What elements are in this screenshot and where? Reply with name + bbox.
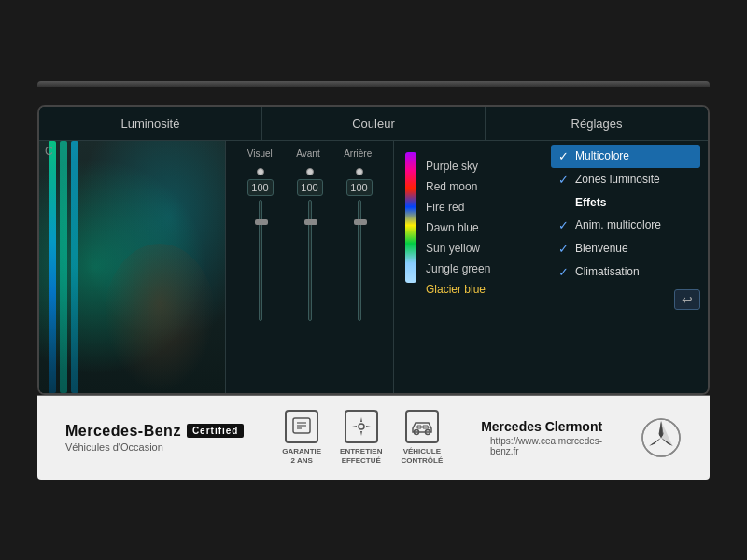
header-luminosite: Luminosité — [39, 107, 262, 140]
outer-frame: Luminosité Couleur Réglages — [0, 0, 747, 560]
slider-dot-visuel — [257, 168, 264, 175]
vehicule-icon — [405, 410, 439, 443]
slider-dot-arriere — [356, 168, 363, 175]
reglage-bienvenue[interactable]: ✓ Bienvenue — [551, 237, 700, 260]
light-strip-3 — [71, 141, 78, 393]
ambient-preview: C — [39, 141, 226, 393]
check-climatisation: ✓ — [557, 265, 570, 279]
slider-dot-avant — [306, 168, 314, 175]
slider-avant: 100 — [297, 168, 323, 321]
check-multicolore: ✓ — [557, 149, 570, 163]
mb-certified: Mercedes-Benz Certified Véhicules d'Occa… — [65, 423, 244, 453]
color-item-fire-red[interactable]: Fire red — [426, 197, 490, 217]
label-avant: Avant — [296, 148, 319, 159]
dealer-url: https://www.cea.mercedes-benz.fr — [490, 436, 602, 456]
reglage-effets-label: Effets — [575, 196, 606, 209]
check-zones: ✓ — [557, 173, 570, 187]
color-gradient-bar — [405, 152, 416, 283]
reglage-zones-label: Zones luminosité — [575, 173, 660, 186]
screen-content: C Visuel Avant Arrière 100 — [39, 141, 708, 393]
color-item-jungle-green[interactable]: Jungle green — [426, 259, 490, 279]
color-list: Purple sky Red moon Fire red Dawn blue S… — [426, 156, 490, 300]
slider-value-visuel[interactable]: 100 — [247, 179, 274, 196]
reglage-climatisation-label: Climatisation — [575, 265, 640, 278]
slider-track-visuel[interactable] — [259, 200, 262, 321]
check-anim: ✓ — [557, 218, 570, 232]
color-item-red-moon[interactable]: Red moon — [426, 176, 490, 197]
color-item-purple-sky[interactable]: Purple sky — [426, 156, 490, 176]
mb-certified-top: Mercedes-Benz Certified — [65, 423, 244, 440]
couleur-section: Purple sky Red moon Fire red Dawn blue S… — [394, 141, 543, 393]
entretien-icon — [345, 410, 378, 443]
c-label: C — [45, 145, 53, 158]
warranty-vehicule: VÉHICULECONTRÔLÉ — [401, 410, 443, 465]
reglage-anim[interactable]: ✓ Anim. multicolore — [551, 214, 700, 237]
luminosite-section: Visuel Avant Arrière 100 — [226, 141, 394, 393]
reglages-section: ✓ Multicolore ✓ Zones luminosité Effets — [543, 141, 708, 393]
couleur-label: Couleur — [352, 117, 395, 131]
mb-star — [641, 417, 682, 458]
person-silhouette — [104, 244, 216, 393]
light-strip-2 — [60, 141, 67, 393]
svg-point-4 — [359, 424, 364, 429]
entretien-label: ENTRETIENEFFECTUÉ — [340, 447, 382, 465]
slider-labels: Visuel Avant Arrière — [235, 148, 384, 159]
entretien-svg — [350, 415, 373, 438]
slider-thumb-visuel[interactable] — [255, 219, 268, 225]
vehicule-label: VÉHICULECONTRÔLÉ — [401, 447, 443, 465]
label-visuel: Visuel — [247, 148, 273, 159]
warranty-entretien: ENTRETIENEFFECTUÉ — [340, 410, 382, 465]
color-content: Purple sky Red moon Fire red Dawn blue S… — [405, 152, 531, 300]
header-reglages: Réglages — [486, 107, 708, 140]
color-item-dawn-blue[interactable]: Dawn blue — [426, 217, 490, 238]
mb-brand-text: Mercedes-Benz — [65, 423, 181, 440]
slider-track-arriere[interactable] — [358, 200, 361, 321]
screen-inner: Luminosité Couleur Réglages — [39, 107, 708, 393]
reglage-zones[interactable]: ✓ Zones luminosité — [551, 168, 700, 191]
warranty-items: GARANTIE2 ANS ENTRETIENEFFECTUÉ — [282, 410, 443, 465]
reglage-multicolore[interactable]: ✓ Multicolore — [551, 145, 700, 168]
slider-visuel: 100 — [247, 168, 274, 321]
sliders-row: 100 100 — [235, 162, 384, 321]
reglage-effets-header: Effets — [551, 191, 700, 214]
vehicles-label: Véhicules d'Occasion — [65, 441, 163, 453]
light-strips — [49, 141, 78, 393]
label-arriere: Arrière — [344, 148, 372, 159]
slider-track-avant[interactable] — [308, 200, 312, 321]
color-item-glacier-blue[interactable]: Glacier blue — [426, 279, 490, 300]
luminosite-label: Luminosité — [121, 117, 180, 131]
bottom-bar: Mercedes-Benz Certified Véhicules d'Occa… — [37, 396, 710, 480]
slider-arriere: 100 — [346, 168, 373, 321]
garantie-svg — [290, 415, 313, 438]
reglage-bienvenue-label: Bienvenue — [575, 242, 628, 255]
warranty-garantie: GARANTIE2 ANS — [282, 410, 321, 465]
garantie-icon — [285, 410, 318, 443]
dealer-info: Mercedes Clermont https://www.cea.merced… — [481, 419, 602, 456]
check-bienvenue: ✓ — [557, 242, 570, 256]
slider-value-arriere[interactable]: 100 — [346, 179, 373, 196]
back-icon: ↩ — [682, 292, 693, 307]
slider-thumb-arriere[interactable] — [354, 219, 367, 225]
vehicule-svg — [409, 417, 435, 436]
mb-star-svg — [641, 417, 682, 458]
header-couleur: Couleur — [262, 107, 486, 140]
garantie-label: GARANTIE2 ANS — [282, 447, 321, 465]
reglage-multicolore-label: Multicolore — [575, 149, 629, 162]
screen-header: Luminosité Couleur Réglages — [39, 107, 708, 141]
dealer-name: Mercedes Clermont — [481, 419, 602, 434]
infotainment-screen: Luminosité Couleur Réglages — [37, 105, 710, 395]
back-button[interactable]: ↩ — [674, 289, 700, 310]
reglage-anim-label: Anim. multicolore — [575, 218, 661, 231]
reglage-climatisation[interactable]: ✓ Climatisation — [551, 260, 700, 284]
slider-thumb-avant[interactable] — [304, 219, 317, 225]
slider-value-avant[interactable]: 100 — [297, 179, 323, 196]
reglages-label: Réglages — [571, 117, 623, 131]
screen-top-border — [37, 81, 710, 87]
color-item-sun-yellow[interactable]: Sun yellow — [426, 238, 490, 259]
light-strip-1 — [49, 141, 56, 393]
certified-badge: Certified — [187, 424, 245, 438]
